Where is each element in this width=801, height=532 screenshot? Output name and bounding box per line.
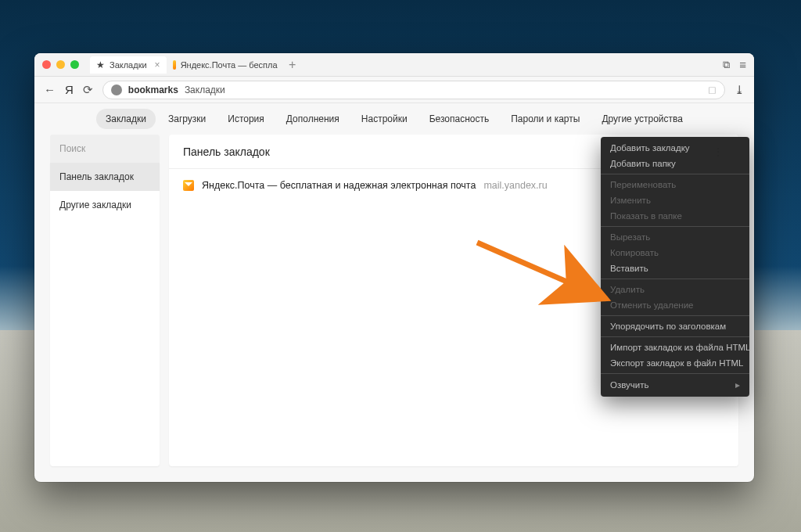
omni-host: bookmarks <box>128 84 178 95</box>
context-menu-item[interactable]: Вставить <box>601 261 749 276</box>
section-tab-history[interactable]: История <box>218 109 274 129</box>
titlebar: ★ Закладки × Яндекс.Почта — беспла + ⧉ ≡ <box>34 53 754 77</box>
menu-separator <box>601 279 749 279</box>
search-input[interactable]: Поиск <box>50 135 160 163</box>
tab-bookmarks[interactable]: ★ Закладки × <box>90 56 167 74</box>
sidebar-item-other-bookmarks[interactable]: Другие закладки <box>50 191 160 219</box>
section-tab-bookmarks[interactable]: Закладки <box>96 109 156 129</box>
bookmark-flag-icon[interactable]: ◻ <box>708 84 717 95</box>
section-tab-settings[interactable]: Настройки <box>352 109 417 129</box>
context-menu-item: Копировать <box>601 245 749 261</box>
tab-label: Закладки <box>110 60 147 70</box>
section-tab-passwords[interactable]: Пароли и карты <box>501 109 589 129</box>
tab-label: Яндекс.Почта — беспла <box>181 60 278 70</box>
minimize-window-icon[interactable] <box>56 60 65 69</box>
context-menu-item: Изменить <box>601 192 749 208</box>
menu-separator <box>601 373 749 374</box>
yandex-home-button[interactable]: Я <box>65 83 74 96</box>
close-window-icon[interactable] <box>42 60 51 69</box>
context-menu-item[interactable]: Экспорт закладок в файл HTML <box>601 355 749 371</box>
section-tab-security[interactable]: Безопасность <box>420 109 499 129</box>
context-menu-item[interactable]: Добавить папку <box>601 156 749 171</box>
back-button[interactable]: ← <box>44 83 56 96</box>
menu-separator <box>601 315 749 316</box>
context-menu-item[interactable]: Импорт закладок из файла HTML <box>601 340 749 355</box>
context-menu-item: Вырезать <box>601 229 749 245</box>
star-icon: ★ <box>96 60 105 70</box>
chevron-right-icon: ▸ <box>735 379 740 390</box>
section-tabs: Закладки Загрузки История Дополнения Нас… <box>34 103 754 135</box>
reload-button[interactable]: ⟳ <box>83 83 93 97</box>
context-menu-item[interactable]: Упорядочить по заголовкам <box>601 318 749 334</box>
bookmark-title: Яндекс.Почта — бесплатная и надежная эле… <box>202 180 476 191</box>
menu-separator <box>601 336 749 337</box>
context-menu-item: Отменить удаление <box>601 297 749 313</box>
context-menu-item: Показать в папке <box>601 208 749 224</box>
tab-mail[interactable]: Яндекс.Почта — беспла <box>167 56 284 74</box>
address-bar[interactable]: bookmarks Закладки ◻ <box>102 81 725 99</box>
menu-icon[interactable]: ≡ <box>739 58 746 71</box>
mail-favicon-icon <box>183 180 194 191</box>
mail-favicon-icon <box>173 60 176 70</box>
menu-separator <box>601 226 749 227</box>
shield-icon <box>111 84 122 95</box>
section-tab-downloads[interactable]: Загрузки <box>159 109 215 129</box>
panel-heading: Панель закладок <box>183 146 270 158</box>
sidebar-item-bookmarks-bar[interactable]: Панель закладок <box>50 163 160 191</box>
menu-separator <box>601 174 749 174</box>
context-menu-item: Переименовать <box>601 177 749 192</box>
search-placeholder: Поиск <box>59 143 85 154</box>
downloads-button[interactable]: ⤓ <box>735 83 745 97</box>
new-tab-button[interactable]: + <box>284 58 301 72</box>
omni-crumb: Закладки <box>185 84 225 95</box>
context-menu: Добавить закладкуДобавить папкуПереимено… <box>601 137 749 397</box>
bookmark-url: mail.yandex.ru <box>483 180 547 191</box>
toolbar: ← Я ⟳ bookmarks Закладки ◻ ⤓ <box>34 77 754 103</box>
context-menu-item[interactable]: Озвучить▸ <box>601 376 749 394</box>
context-menu-item: Удалить <box>601 282 749 297</box>
context-menu-item[interactable]: Добавить закладку <box>601 140 749 156</box>
section-tab-devices[interactable]: Другие устройства <box>592 109 692 129</box>
maximize-window-icon[interactable] <box>70 60 79 69</box>
close-tab-icon[interactable]: × <box>155 59 160 70</box>
section-tab-addons[interactable]: Дополнения <box>277 109 349 129</box>
copy-tabs-icon[interactable]: ⧉ <box>723 59 730 71</box>
